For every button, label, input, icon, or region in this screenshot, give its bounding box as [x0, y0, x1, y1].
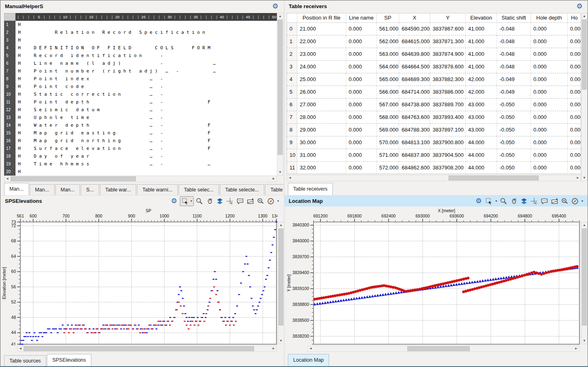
table-cell[interactable]: 684763.600 — [399, 111, 430, 123]
table-cell[interactable]: 571.000 — [377, 149, 399, 161]
table-cell[interactable]: 0.000 — [346, 124, 377, 136]
table-cell[interactable]: 0.000 — [568, 162, 581, 174]
sps-plot-canvas[interactable]: 5616007008009001000110012001300134273726… — [1, 207, 278, 345]
table-cell[interactable]: 3837867.600 — [430, 23, 466, 35]
table-cell[interactable]: 3837900.800 — [430, 136, 466, 149]
table-cell[interactable]: 3837886.000 — [430, 86, 466, 98]
table-cell[interactable]: 684862.600 — [399, 162, 430, 174]
editor-line[interactable]: H Map grid easting … - F — [15, 129, 277, 137]
map-horizontal-scrollbar[interactable]: ◄► — [307, 345, 579, 352]
table-cell[interactable]: 3837874.900 — [430, 48, 466, 60]
tab-table-warni-[interactable]: Table warni... — [137, 184, 178, 195]
table-cell[interactable]: 570.000 — [377, 136, 399, 149]
table-cell[interactable]: 0.000 — [531, 136, 568, 149]
table-cell[interactable]: 0.000 — [531, 23, 568, 35]
scroll-right-arrow[interactable]: ► — [271, 346, 276, 352]
table-cell[interactable]: 684714.000 — [399, 86, 430, 98]
measure-icon[interactable] — [256, 197, 265, 206]
table-column-header[interactable]: Static shift — [497, 13, 531, 22]
scroll-down-arrow[interactable]: ▼ — [277, 169, 283, 175]
editor-line[interactable]: H Time hhmmss … - … — [15, 160, 277, 168]
tab-location-map[interactable]: Location Map — [288, 354, 329, 366]
table-cell[interactable]: 0.000 — [531, 124, 568, 136]
row-index-cell[interactable]: 2 — [287, 48, 297, 60]
table-cell[interactable]: 0.000 — [531, 73, 568, 86]
table-cell[interactable]: 42.000 — [466, 86, 497, 98]
sps-vertical-scrollbar[interactable]: ▲▼ — [278, 222, 284, 344]
table-cell[interactable]: 25.000 — [297, 73, 346, 86]
table-cell[interactable]: 0.000 — [568, 86, 581, 98]
map-plot-canvas[interactable]: 6912006918006924006930006936006942006948… — [285, 207, 580, 345]
table-row[interactable]: 1031.0000.000571.000684837.8003837904.50… — [287, 149, 581, 162]
table-column-header[interactable]: X — [399, 13, 430, 22]
editor-line[interactable]: H Line name (l adj) - … — [15, 59, 277, 67]
table-cell[interactable]: 565.000 — [377, 73, 399, 86]
tab-spselevations[interactable]: SPSElevations — [47, 354, 91, 366]
table-column-header[interactable]: Ho — [568, 13, 581, 22]
table-cell[interactable]: 32.000 — [297, 162, 346, 174]
tab-table-sources[interactable]: Table sources — [4, 355, 46, 366]
row-index-cell[interactable]: 4 — [287, 73, 297, 86]
table-cell[interactable]: 684639.800 — [399, 48, 430, 60]
table-cell[interactable]: 27.000 — [297, 99, 346, 111]
table-cell[interactable]: 23.000 — [297, 48, 346, 60]
table-cell[interactable]: 0.000 — [346, 86, 377, 98]
table-cell[interactable]: 3837897.100 — [430, 124, 466, 136]
table-cell[interactable]: 569.000 — [377, 124, 399, 136]
sps-horizontal-scrollbar[interactable]: ◄► — [17, 345, 277, 352]
table-row[interactable]: 425.0000.000565.000684689.3003837882.300… — [287, 73, 581, 86]
tab-man-[interactable]: Man... — [30, 184, 55, 195]
table-cell[interactable]: 3837878.600 — [430, 61, 466, 73]
table-vertical-scrollbar[interactable]: ▲▼ — [581, 13, 588, 181]
map-vertical-scrollbar[interactable]: ▲▼ — [581, 222, 588, 344]
scrollbar-thumb[interactable] — [582, 20, 587, 90]
crosshair-icon[interactable] — [530, 197, 539, 206]
row-index-cell[interactable]: 7 — [287, 111, 297, 123]
scroll-right-arrow[interactable]: ► — [575, 175, 581, 181]
scrollbar-thumb[interactable] — [279, 229, 283, 325]
editor-line[interactable]: H Surface elevation … - F — [15, 145, 277, 152]
scroll-down-arrow[interactable]: ▼ — [581, 338, 587, 344]
gear-icon[interactable]: ⚙ — [575, 2, 584, 11]
row-index-cell[interactable]: 1 — [287, 35, 297, 48]
scrollbar-thumb[interactable] — [449, 176, 539, 180]
table-cell[interactable]: 3837904.500 — [430, 149, 466, 161]
table-column-header[interactable]: Y — [430, 13, 466, 22]
table-cell[interactable]: 684664.500 — [399, 61, 430, 73]
table-cell[interactable]: 0.000 — [568, 99, 581, 111]
table-horizontal-scrollbar[interactable]: ◄► — [287, 175, 581, 181]
compass-dropdown-icon[interactable]: ▾ — [581, 199, 584, 203]
table-cell[interactable]: 3837882.300 — [430, 73, 466, 86]
table-cell[interactable]: 684615.000 — [399, 35, 430, 48]
mouse-pointer-icon[interactable] — [205, 197, 214, 206]
compass-icon[interactable] — [266, 197, 275, 206]
table-cell[interactable]: 0.000 — [568, 136, 581, 149]
table-row[interactable]: 728.0000.000568.000684763.6003837893.400… — [287, 111, 581, 124]
scroll-up-arrow[interactable]: ▲ — [278, 222, 284, 228]
table-cell[interactable]: 42.000 — [466, 73, 497, 86]
table-column-header[interactable]: Elevation — [466, 13, 497, 22]
gear-icon[interactable]: ⚙ — [474, 197, 483, 206]
row-index-cell[interactable]: 8 — [287, 124, 297, 136]
row-index-cell[interactable]: 3 — [287, 61, 297, 73]
table-cell[interactable]: 0.000 — [346, 23, 377, 35]
mouse-pointer-icon[interactable] — [509, 197, 518, 206]
table-row[interactable]: 627.0000.000567.000684738.8003837889.700… — [287, 99, 581, 111]
export-image-icon[interactable] — [246, 197, 255, 206]
table-cell[interactable]: 0.000 — [568, 23, 581, 35]
row-index-cell[interactable]: 5 — [287, 86, 297, 98]
table-cell[interactable]: 0.000 — [531, 162, 568, 174]
table-cell[interactable]: 684590.200 — [399, 23, 430, 35]
table-cell[interactable]: -0.048 — [497, 61, 531, 73]
table-cell[interactable]: 561.000 — [377, 23, 399, 35]
table-cell[interactable]: 44.000 — [466, 162, 497, 174]
table-column-header[interactable] — [287, 13, 297, 22]
table-cell[interactable]: -0.049 — [497, 86, 531, 98]
table-cell[interactable]: 44.000 — [466, 136, 497, 149]
editor-line[interactable]: H Water depth … - F — [15, 121, 277, 129]
table-row[interactable]: 1132.0000.000572.000684862.6003837908.20… — [287, 162, 581, 174]
editor-line[interactable]: H Record identification - — [15, 52, 277, 59]
gear-icon[interactable]: ⚙ — [271, 2, 280, 11]
table-cell[interactable]: 0.000 — [568, 149, 581, 161]
row-index-cell[interactable]: 9 — [287, 136, 297, 149]
